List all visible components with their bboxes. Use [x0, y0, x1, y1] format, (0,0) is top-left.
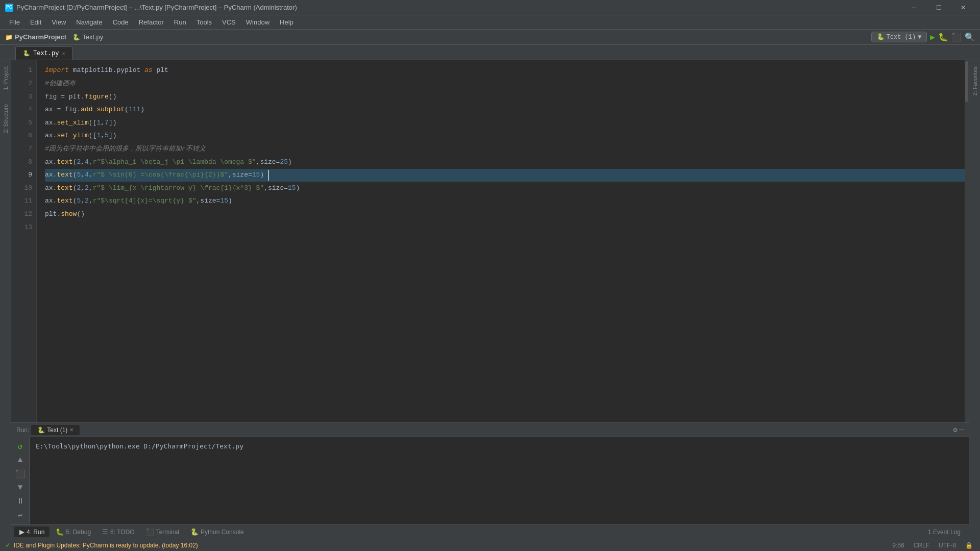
scroll-up-button[interactable]: ▲ — [15, 456, 26, 465]
menu-vcs[interactable]: VCS — [217, 16, 241, 28]
status-warning-text: IDE and Plugin Updates: PyCharm is ready… — [14, 542, 198, 549]
tab-icon: 🐍 — [23, 50, 30, 57]
line-num-1: 1 — [11, 64, 36, 78]
line-num-8: 8 — [11, 156, 36, 169]
file-label[interactable]: 🐍 Text.py — [72, 33, 103, 41]
sidebar-project-label[interactable]: 1: Project — [2, 64, 10, 92]
code-module: matplotlib.pyplot — [69, 65, 144, 76]
minimize-button[interactable]: ─ — [902, 0, 926, 15]
line-num-12: 12 — [11, 208, 36, 221]
sidebar-structure-label[interactable]: 2: Structure — [2, 102, 10, 135]
menu-code[interactable]: Code — [108, 16, 134, 28]
code-line-8: ax . text ( 2 , 4 , r"$\alpha_i \beta_j … — [45, 156, 965, 169]
app-icon: PC — [5, 4, 13, 12]
window-controls: ─ ☐ ✕ — [902, 0, 975, 15]
menu-bar: File Edit View Navigate Code Refactor Ru… — [0, 15, 980, 30]
nav-terminal-label: Terminal — [156, 529, 179, 536]
python-console-nav-icon: 🐍 — [190, 528, 199, 536]
line-num-11: 11 — [11, 195, 36, 208]
panel-content: ↺ ▲ ⬛ ▼ ⏸ ↩ « » E:\Tools\python\python.e… — [11, 437, 969, 524]
menu-file[interactable]: File — [4, 16, 25, 28]
nav-run-button[interactable]: ▶ 4: Run — [14, 527, 50, 537]
nav-python-console-button[interactable]: 🐍 Python Console — [185, 527, 249, 537]
status-right-section: 9:56 CRLF UTF-8 🔒 — [890, 542, 975, 549]
menu-window[interactable]: Window — [241, 16, 275, 28]
text-cursor — [264, 170, 269, 181]
run-tab[interactable]: 🐍 Text (1) ✕ — [31, 425, 80, 435]
pause-button[interactable]: ⏸ — [15, 496, 26, 506]
code-line-12: plt . show () — [45, 208, 965, 221]
stop-run-button[interactable]: ⬛ — [15, 469, 26, 479]
panel-tabs-bar: Run: 🐍 Text (1) ✕ ⚙ ─ — [11, 423, 969, 437]
run-button[interactable]: ▶ — [930, 32, 935, 42]
scrollbar-thumb[interactable] — [965, 61, 968, 102]
line-ending[interactable]: CRLF — [912, 542, 932, 549]
settings-icon[interactable]: ⚙ — [953, 425, 957, 434]
nav-run-label: 4: Run — [27, 529, 44, 536]
kw-as: as — [144, 65, 153, 76]
nav-event-log-button[interactable]: 1 Event Log — [923, 527, 966, 537]
line-numbers: 1 2 3 4 5 6 7 8 9 10 11 12 13 — [11, 60, 37, 422]
status-bar: ✓ IDE and Plugin Updates: PyCharm is rea… — [0, 539, 980, 551]
code-line-4: ax = fig . add_subplot ( 111 ) — [45, 104, 965, 117]
terminal-nav-icon: ⬛ — [146, 528, 154, 536]
tab-text-py[interactable]: 🐍 Text.py ✕ — [15, 46, 72, 60]
search-button[interactable]: 🔍 — [965, 32, 975, 42]
menu-edit[interactable]: Edit — [25, 16, 46, 28]
panel-output: E:\Tools\python\python.exe D:/PyCharmPro… — [30, 437, 969, 524]
rerun-button[interactable]: ↺ — [15, 441, 26, 452]
run-tab-icon: 🐍 — [37, 427, 45, 434]
status-ok-icon: ✓ — [5, 541, 11, 549]
run-label: Run: — [16, 427, 29, 434]
line-num-13: 13 — [11, 221, 36, 234]
tab-label: Text.py — [33, 50, 59, 57]
kw-import: import — [45, 65, 69, 76]
menu-tools[interactable]: Tools — [191, 16, 217, 28]
debug-nav-icon: 🐛 — [56, 528, 64, 536]
encoding[interactable]: UTF-8 — [937, 542, 958, 549]
stop-button[interactable]: ⬛ — [951, 32, 962, 42]
debug-button[interactable]: 🐛 — [938, 32, 948, 42]
menu-refactor[interactable]: Refactor — [134, 16, 169, 28]
run-config-selector[interactable]: 🐍 Text (1) ▼ — [871, 32, 927, 42]
close-button[interactable]: ✕ — [951, 0, 975, 15]
nav-debug-button[interactable]: 🐛 5: Debug — [51, 527, 96, 537]
scroll-down-button[interactable]: ▼ — [15, 483, 26, 492]
main-area: 1: Project 2: Structure 1 2 3 4 5 6 7 8 … — [0, 60, 980, 539]
code-line-7: #因为在字符串中会用的很多，所以字符串前加r不转义 — [45, 143, 965, 156]
panel-left-controls: ↺ ▲ ⬛ ▼ ⏸ ↩ « » — [11, 437, 30, 524]
line-num-2: 2 — [11, 78, 36, 91]
nav-todo-button[interactable]: ☰ 6: TODO — [97, 527, 140, 537]
line-num-6: 6 — [11, 130, 36, 143]
run-config-bar: 🐍 Text (1) ▼ ▶ 🐛 ⬛ 🔍 — [871, 32, 975, 42]
code-line-3: fig = plt . figure () — [45, 90, 965, 104]
code-content[interactable]: import matplotlib.pyplot as plt #创建画布 fi… — [37, 60, 965, 422]
project-bar: 📁 PyCharmProject 🐍 Text.py 🐍 Text (1) ▼ … — [0, 30, 980, 45]
right-scrollbar[interactable] — [965, 60, 969, 422]
tab-close-button[interactable]: ✕ — [62, 51, 65, 57]
nav-python-console-label: Python Console — [201, 529, 244, 536]
code-editor: 1 2 3 4 5 6 7 8 9 10 11 12 13 import mat… — [11, 60, 969, 422]
tabs-bar: 🐍 Text.py ✕ — [0, 45, 980, 60]
lock-icon: 🔒 — [963, 542, 975, 549]
line-num-7: 7 — [11, 143, 36, 156]
menu-run[interactable]: Run — [169, 16, 191, 28]
line-num-5: 5 — [11, 116, 36, 130]
menu-view[interactable]: View — [46, 16, 71, 28]
favorites-label[interactable]: 2: Favorites — [971, 64, 979, 97]
far-left-sidebar: 1: Project 2: Structure — [0, 60, 11, 539]
run-tab-close[interactable]: ✕ — [69, 427, 74, 433]
minimize-panel-icon[interactable]: ─ — [960, 426, 964, 434]
bottom-nav-bar: ▶ 4: Run 🐛 5: Debug ☰ 6: TODO ⬛ Terminal… — [11, 524, 969, 539]
title-bar: PC PyCharmProject [D:/PyCharmProject] – … — [0, 0, 980, 15]
menu-help[interactable]: Help — [275, 16, 299, 28]
soft-wrap-button[interactable]: ↩ — [15, 510, 26, 520]
todo-nav-icon: ☰ — [102, 528, 108, 536]
nav-todo-label: 6: TODO — [110, 529, 135, 536]
line-num-4: 4 — [11, 104, 36, 117]
nav-terminal-button[interactable]: ⬛ Terminal — [141, 527, 184, 537]
menu-navigate[interactable]: Navigate — [71, 16, 107, 28]
project-label[interactable]: 📁 PyCharmProject — [5, 33, 66, 41]
code-line-9: ax . text ( 5 , 4 , r"$ \sin(0) =\cos(\f… — [45, 169, 965, 182]
maximize-button[interactable]: ☐ — [927, 0, 950, 15]
